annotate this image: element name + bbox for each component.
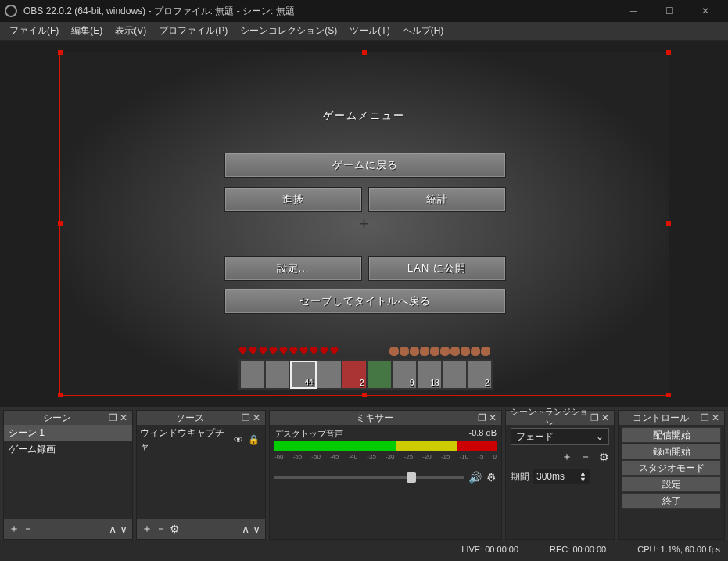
mixer-channel: デスクトップ音声 -0.8 dB -60-55-50-45-40-35-30-2…: [270, 425, 501, 487]
transition-select[interactable]: フェード ⌄: [511, 428, 609, 445]
source-down-icon[interactable]: ∨: [253, 523, 260, 535]
source-item[interactable]: ウィンドウキャプチャ 👁 🔒: [137, 425, 265, 455]
sources-dock: ソース ❐ ✕ ウィンドウキャプチャ 👁 🔒 ＋ － ⚙ ∧ ∨: [136, 410, 266, 540]
game-lan-button: LAN に公開: [368, 256, 506, 281]
scene-remove-icon[interactable]: －: [23, 522, 34, 536]
menu-file[interactable]: ファイル(F): [3, 24, 65, 38]
game-return-button: ゲームに戻る: [224, 153, 506, 178]
source-add-icon[interactable]: ＋: [142, 522, 152, 536]
scene-down-icon[interactable]: ∨: [120, 523, 127, 535]
mixer-title: ミキサー: [273, 412, 476, 425]
source-up-icon[interactable]: ∧: [242, 523, 249, 535]
mixer-close-icon[interactable]: ✕: [487, 412, 498, 423]
game-stats-button: 統計: [368, 187, 506, 212]
health-bar: [238, 347, 339, 356]
menu-help[interactable]: ヘルプ(H): [396, 24, 450, 38]
menu-scenecoll[interactable]: シーンコレクション(S): [234, 24, 343, 38]
status-cpu: CPU: 1.1%, 60.00 fps: [637, 545, 720, 554]
transition-add-icon[interactable]: ＋: [561, 450, 572, 464]
scenes-list[interactable]: シーン 1 ゲーム録画: [4, 425, 132, 519]
scenes-popout-icon[interactable]: ❐: [107, 412, 118, 423]
hunger-bar: [389, 347, 490, 356]
spinner-arrows-icon: ▲▼: [579, 470, 586, 483]
transition-settings-icon[interactable]: ⚙: [599, 451, 609, 463]
window-title: OBS 22.0.2 (64-bit, windows) - プロファイル: 無…: [23, 5, 615, 18]
game-progress-button: 進捗: [224, 187, 362, 212]
scenes-dock: シーン ❐ ✕ シーン 1 ゲーム録画 ＋ － ∧ ∨: [3, 410, 133, 540]
mixer-popout-icon[interactable]: ❐: [476, 412, 487, 423]
status-rec: REC: 00:00:00: [550, 545, 606, 554]
scene-item[interactable]: ゲーム録画: [4, 441, 132, 458]
preview-area[interactable]: + ゲームメニュー ゲームに戻る 進捗 統計 設定... LAN に公開 セーブ…: [0, 41, 728, 407]
start-record-button[interactable]: 録画開始: [622, 444, 721, 459]
minimize-button[interactable]: ─: [615, 0, 651, 22]
transition-remove-icon[interactable]: －: [580, 450, 591, 464]
docks-row: シーン ❐ ✕ シーン 1 ゲーム録画 ＋ － ∧ ∨ ソース ❐ ✕ ウィンド…: [0, 407, 728, 540]
scene-up-icon[interactable]: ∧: [109, 523, 117, 535]
hotbar: 44 2 9 18 2: [238, 359, 493, 390]
source-remove-icon[interactable]: －: [156, 522, 167, 536]
sources-title: ソース: [140, 412, 240, 425]
settings-button[interactable]: 設定: [622, 476, 721, 492]
controls-popout-icon[interactable]: ❐: [699, 412, 710, 423]
visibility-icon[interactable]: 👁: [234, 434, 243, 445]
duration-spinner[interactable]: 300ms ▲▼: [533, 469, 590, 484]
sources-close-icon[interactable]: ✕: [251, 412, 262, 423]
scenes-title: シーン: [7, 412, 107, 425]
app-icon: [5, 5, 17, 17]
duration-label: 期間: [511, 470, 529, 484]
studio-mode-button[interactable]: スタジオモード: [622, 460, 721, 476]
game-menu-title: ゲームメニュー: [60, 109, 669, 123]
titlebar: OBS 22.0.2 (64-bit, windows) - プロファイル: 無…: [0, 0, 728, 22]
volume-slider[interactable]: [274, 476, 464, 479]
scenes-close-icon[interactable]: ✕: [118, 412, 129, 423]
mixer-db: -0.8 dB: [469, 428, 497, 440]
sources-popout-icon[interactable]: ❐: [240, 412, 251, 423]
statusbar: LIVE: 00:00:00 REC: 00:00:00 CPU: 1.1%, …: [0, 540, 728, 558]
chevron-updown-icon: ⌄: [596, 431, 604, 442]
menu-edit[interactable]: 編集(E): [65, 24, 109, 38]
menu-tools[interactable]: ツール(T): [343, 24, 396, 38]
start-stream-button[interactable]: 配信開始: [622, 427, 721, 443]
scene-add-icon[interactable]: ＋: [9, 522, 20, 536]
maximize-button[interactable]: ☐: [651, 0, 687, 22]
speaker-icon[interactable]: 🔊: [468, 471, 482, 484]
preview-canvas[interactable]: + ゲームメニュー ゲームに戻る 進捗 統計 設定... LAN に公開 セーブ…: [59, 52, 669, 396]
controls-title: コントロール: [622, 412, 699, 425]
exit-button[interactable]: 終了: [622, 493, 721, 509]
transition-dock: シーントランジション ❐ ✕ フェード ⌄ ＋ － ⚙ 期間 300ms ▲▼: [505, 410, 615, 540]
menu-view[interactable]: 表示(V): [109, 24, 152, 38]
controls-close-icon[interactable]: ✕: [710, 412, 721, 423]
menubar: ファイル(F) 編集(E) 表示(V) プロファイル(P) シーンコレクション(…: [0, 22, 728, 41]
menu-profile[interactable]: プロファイル(P): [152, 24, 234, 38]
mixer-dock: ミキサー ❐ ✕ デスクトップ音声 -0.8 dB -60-55-50-45-4…: [269, 410, 502, 540]
transition-popout-icon[interactable]: ❐: [589, 412, 600, 423]
meter-ticks: -60-55-50-45-40-35-30-25-20-15-10-50: [274, 453, 497, 459]
game-settings-button: 設定...: [224, 256, 362, 281]
source-settings-icon[interactable]: ⚙: [170, 523, 180, 535]
mixer-channel-name: デスクトップ音声: [274, 428, 343, 440]
close-button[interactable]: ✕: [687, 0, 723, 22]
status-live: LIVE: 00:00:00: [461, 545, 518, 554]
lock-icon[interactable]: 🔒: [248, 434, 260, 445]
game-savequit-button: セーブしてタイトルへ戻る: [224, 289, 506, 314]
center-crosshair-icon: +: [359, 214, 369, 234]
scene-item[interactable]: シーン 1: [4, 425, 132, 441]
transition-close-icon[interactable]: ✕: [600, 412, 611, 423]
controls-dock: コントロール ❐ ✕ 配信開始 録画開始 スタジオモード 設定 終了: [618, 410, 725, 540]
audio-meter: [274, 441, 497, 451]
channel-settings-icon[interactable]: ⚙: [486, 471, 497, 484]
sources-list[interactable]: ウィンドウキャプチャ 👁 🔒: [137, 425, 265, 519]
